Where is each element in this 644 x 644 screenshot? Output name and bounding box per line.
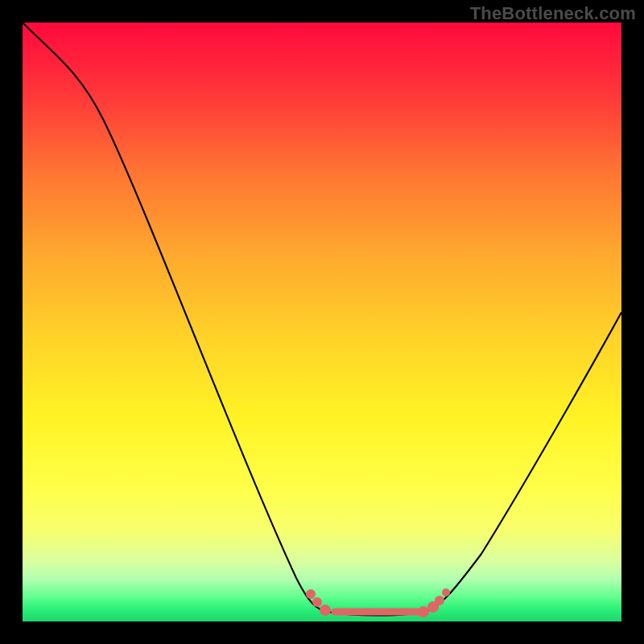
chart-svg xyxy=(23,23,621,621)
marker-dot xyxy=(306,589,316,599)
marker-dot xyxy=(442,588,450,597)
curve-right-branch xyxy=(425,312,621,612)
outer-frame: TheBottleneck.com xyxy=(0,0,644,644)
plot-area xyxy=(23,23,621,621)
marker-dot xyxy=(320,605,331,616)
marker-dot xyxy=(418,606,429,617)
watermark-text: TheBottleneck.com xyxy=(470,3,636,24)
curve-left-branch xyxy=(23,23,328,612)
marker-dot xyxy=(435,596,444,605)
marker-dot xyxy=(312,597,322,607)
